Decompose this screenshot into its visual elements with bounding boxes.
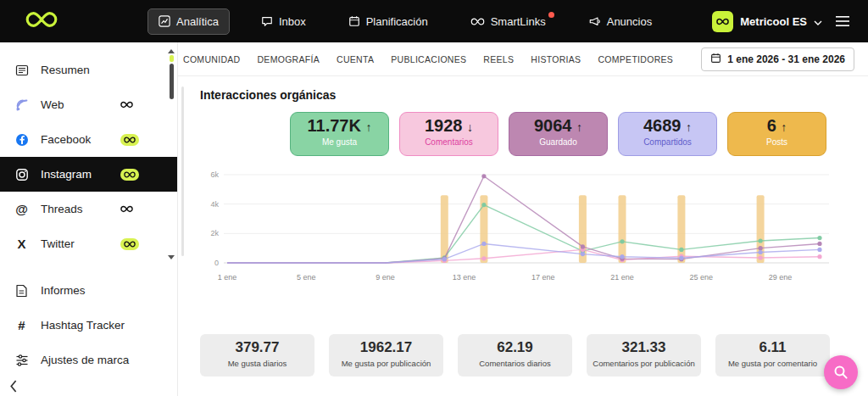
stat-card-compartidos[interactable]: 4689 ↑ Compartidos bbox=[618, 112, 717, 156]
infinity-connected-badge bbox=[120, 134, 139, 146]
tab-demografia[interactable]: DEMOGRAFÍA bbox=[257, 54, 320, 64]
nav-label: Planificación bbox=[366, 15, 428, 28]
calendar-icon bbox=[710, 53, 721, 66]
sidebar-item-twitter[interactable]: X Twitter bbox=[0, 226, 177, 261]
instagram-icon bbox=[14, 168, 30, 181]
scroll-down-icon bbox=[168, 255, 175, 259]
svg-text:1 ene: 1 ene bbox=[218, 273, 237, 282]
summary-card-me-gusta-diarios[interactable]: 379.77 Me gusta diarios bbox=[200, 334, 314, 376]
stat-label: Comentarios bbox=[400, 137, 498, 147]
metricool-logo[interactable] bbox=[24, 10, 59, 32]
chart-canvas[interactable]: 02k4k6k1 ene5 ene9 ene13 ene17 ene21 ene… bbox=[193, 163, 837, 298]
tab-publicaciones[interactable]: PUBLICACIONES bbox=[391, 54, 466, 64]
summary-value: 379.77 bbox=[200, 339, 314, 356]
date-range-picker[interactable]: 1 ene 2026 - 31 ene 2026 bbox=[701, 47, 854, 71]
infinity-badge bbox=[120, 205, 133, 213]
sidebar-item-instagram[interactable]: Instagram bbox=[0, 157, 177, 192]
sidebar-item-label: Resumen bbox=[41, 64, 90, 76]
account-menu[interactable]: Metricool ES bbox=[712, 11, 822, 32]
nav-smartlinks[interactable]: SmartLinks bbox=[459, 8, 557, 35]
facebook-icon bbox=[14, 133, 30, 147]
inbox-bubble-icon bbox=[261, 15, 273, 27]
chevron-down-icon bbox=[814, 14, 822, 29]
nav-label: SmartLinks bbox=[491, 15, 546, 28]
svg-text:5 ene: 5 ene bbox=[297, 273, 316, 282]
tab-reels[interactable]: REELS bbox=[483, 54, 514, 64]
sidebar-item-label: Informes bbox=[41, 284, 86, 297]
svg-text:17 ene: 17 ene bbox=[531, 273, 555, 282]
threads-icon: @ bbox=[14, 202, 30, 216]
nav-inbox[interactable]: Inbox bbox=[250, 8, 317, 35]
stat-label: Posts bbox=[728, 137, 826, 147]
nav-anuncios[interactable]: Anuncios bbox=[577, 8, 663, 35]
top-navigation: Analítica Inbox Planificación SmartLinks bbox=[147, 8, 663, 35]
summary-label: Comentarios por publicación bbox=[587, 359, 701, 368]
summary-card-comentarios-diarios[interactable]: 62.19 Comentarios diarios bbox=[458, 334, 572, 376]
scrollbar-thumb[interactable] bbox=[170, 64, 174, 99]
stat-label: Compartidos bbox=[619, 137, 716, 147]
content-scrollbar[interactable] bbox=[181, 86, 184, 256]
sidebar-scrollbar[interactable] bbox=[167, 49, 175, 259]
stat-card-posts[interactable]: 6 ↑ Posts bbox=[727, 112, 826, 156]
trend-up-icon: ↑ bbox=[365, 120, 371, 134]
tab-comunidad[interactable]: COMUNIDAD bbox=[183, 54, 240, 64]
stat-card-comentarios[interactable]: 1928 ↓ Comentarios bbox=[399, 112, 498, 156]
stat-value: 1928 ↓ bbox=[400, 115, 498, 137]
sidebar-item-label: Ajustes de marca bbox=[41, 354, 129, 366]
account-avatar bbox=[712, 11, 733, 32]
scrollbar-accent bbox=[170, 55, 174, 62]
sidebar-item-resumen[interactable]: Resumen bbox=[0, 53, 177, 87]
trend-up-icon: ↑ bbox=[686, 120, 692, 134]
sliders-icon bbox=[14, 354, 30, 367]
sidebar-collapse-button[interactable] bbox=[10, 380, 18, 393]
stat-card-me-gusta[interactable]: 11.77K ↑ Me gusta bbox=[290, 112, 389, 156]
sidebar-item-threads[interactable]: @ Threads bbox=[0, 192, 177, 226]
tab-competidores[interactable]: COMPETIDORES bbox=[598, 54, 673, 64]
stat-label: Me gusta bbox=[291, 137, 388, 147]
tab-cuenta[interactable]: CUENTA bbox=[337, 54, 374, 64]
summary-label: Me gusta por comentario bbox=[715, 359, 830, 368]
nav-planificacion[interactable]: Planificación bbox=[337, 8, 439, 35]
sidebar-item-informes[interactable]: Informes bbox=[0, 273, 177, 308]
stat-card-guardado[interactable]: 9064 ↑ Guardado bbox=[509, 112, 608, 156]
search-icon bbox=[833, 365, 849, 380]
organic-interactions-chart[interactable]: 02k4k6k1 ene5 ene9 ene13 ene17 ene21 ene… bbox=[193, 163, 868, 302]
summary-card-me-gusta-por-publicacion[interactable]: 1962.17 Me gusta por publicación bbox=[329, 334, 443, 376]
sidebar-item-label: Web bbox=[41, 98, 64, 111]
infinity-badge bbox=[120, 101, 133, 109]
tab-historias[interactable]: HISTORIAS bbox=[531, 54, 581, 64]
summary-card-comentarios-por-publicacion[interactable]: 321.33 Comentarios por publicación bbox=[587, 334, 701, 376]
x-twitter-icon: X bbox=[14, 237, 30, 251]
trend-up-icon: ↑ bbox=[576, 120, 582, 134]
sidebar-item-web[interactable]: Web bbox=[0, 87, 177, 122]
summary-value: 6.11 bbox=[715, 339, 830, 356]
infinity-connected-badge bbox=[120, 238, 139, 250]
chevron-left-icon bbox=[10, 380, 18, 393]
trend-up-icon: ↑ bbox=[781, 120, 787, 134]
sidebar-item-label: Instagram bbox=[41, 168, 92, 181]
svg-text:9 ene: 9 ene bbox=[376, 273, 395, 282]
stat-value: 9064 ↑ bbox=[509, 115, 607, 137]
summary-label: Me gusta por publicación bbox=[329, 359, 443, 368]
nav-label: Inbox bbox=[279, 15, 306, 28]
notification-dot bbox=[548, 12, 554, 18]
menu-icon[interactable] bbox=[836, 16, 849, 26]
svg-text:2k: 2k bbox=[210, 229, 219, 237]
stat-cards-row: 11.77K ↑ Me gusta 1928 ↓ Comentarios 906… bbox=[290, 112, 868, 156]
svg-text:21 ene: 21 ene bbox=[610, 273, 634, 282]
search-fab[interactable] bbox=[824, 355, 858, 389]
sidebar-item-facebook[interactable]: Facebook bbox=[0, 122, 177, 157]
summary-value: 321.33 bbox=[587, 339, 701, 356]
svg-text:6k: 6k bbox=[210, 170, 219, 179]
sidebar-item-label: Threads bbox=[41, 203, 83, 215]
sidebar-item-ajustes-de-marca[interactable]: Ajustes de marca bbox=[0, 343, 177, 377]
sidebar-item-label: Hashtag Tracker bbox=[41, 319, 125, 332]
svg-text:29 ene: 29 ene bbox=[769, 273, 793, 282]
analytics-tabs: COMUNIDAD DEMOGRAFÍA CUENTA PUBLICACIONE… bbox=[178, 42, 868, 76]
date-range-value: 1 ene 2026 - 31 ene 2026 bbox=[727, 53, 845, 65]
summary-card-me-gusta-por-comentario[interactable]: 6.11 Me gusta por comentario bbox=[715, 334, 830, 376]
sidebar-item-hashtag-tracker[interactable]: # Hashtag Tracker bbox=[0, 308, 177, 343]
nav-analitica[interactable]: Analítica bbox=[147, 8, 230, 35]
summary-label: Me gusta diarios bbox=[200, 359, 314, 368]
app-body: Resumen Web Facebook Instagram bbox=[0, 42, 868, 396]
